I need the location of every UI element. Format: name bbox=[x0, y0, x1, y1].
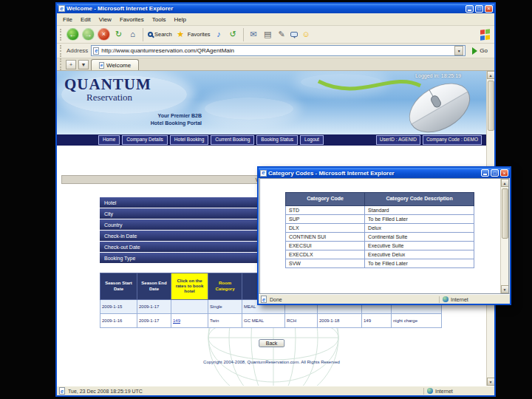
nav-company-details[interactable]: Company Details bbox=[122, 135, 168, 145]
address-input[interactable]: e http://www.quantumreservation.com/QRAg… bbox=[91, 45, 466, 56]
stop-icon: × bbox=[98, 28, 110, 41]
nav-logout[interactable]: Logout bbox=[300, 135, 324, 145]
form-label-hotel: Hotel bbox=[104, 200, 116, 205]
category-row: SUP To be Filled Later bbox=[286, 215, 474, 224]
rates-cell: 2009-1-17 bbox=[137, 300, 171, 314]
go-button[interactable]: Go bbox=[468, 47, 491, 55]
address-dropdown-button[interactable]: ▼ bbox=[454, 46, 463, 55]
edit-button[interactable]: ✎ bbox=[276, 29, 287, 41]
discuss-button[interactable] bbox=[290, 32, 298, 37]
rates-cell: 2009-1-15 bbox=[100, 300, 137, 314]
tagline-line1: Your Premier B2B bbox=[134, 112, 202, 120]
back-arrow-icon: ← bbox=[66, 28, 79, 41]
search-button[interactable]: Search bbox=[148, 31, 172, 38]
nav-hotel-booking[interactable]: Hotel Booking bbox=[170, 135, 208, 145]
forward-arrow-icon: → bbox=[82, 28, 95, 41]
maximize-icon: □ bbox=[493, 171, 496, 176]
menu-help[interactable]: Help bbox=[174, 16, 185, 23]
refresh-button[interactable]: ↻ bbox=[113, 29, 124, 41]
print-button[interactable]: ▤ bbox=[262, 29, 273, 41]
menu-file[interactable]: File bbox=[63, 16, 72, 23]
tabbar-grip bbox=[60, 58, 62, 70]
category-codes-window: e Category Codes - Microsoft Internet Ex… bbox=[257, 166, 511, 305]
status-bar: e Tue, 23 Dec 2008 18:25:19 UTC Internet bbox=[57, 386, 494, 395]
browser-titlebar[interactable]: e Welcome - Microsoft Internet Explorer … bbox=[57, 4, 494, 13]
go-label: Go bbox=[480, 47, 488, 54]
popup-titlebar[interactable]: e Category Codes - Microsoft Internet Ex… bbox=[259, 168, 510, 178]
forward-button[interactable]: → bbox=[82, 28, 95, 41]
tab-list-button[interactable]: ▼ bbox=[78, 60, 89, 69]
popup-window-title: Category Codes - Microsoft Internet Expl… bbox=[268, 170, 480, 177]
mouse-graphic bbox=[316, 71, 482, 133]
popup-vertical-scrollbar[interactable]: ▲ ▼ bbox=[500, 179, 508, 293]
nav-current-booking[interactable]: Current Booking bbox=[211, 135, 254, 145]
favorites-button[interactable]: ★ Favorites bbox=[175, 29, 211, 41]
history-button[interactable]: ↺ bbox=[228, 29, 239, 41]
tab-page-icon: e bbox=[99, 62, 104, 69]
category-code-cell: EXECSUI bbox=[286, 242, 365, 250]
media-button[interactable]: ♪ bbox=[214, 29, 225, 41]
popup-maximize-button[interactable]: □ bbox=[491, 169, 499, 177]
windows-flag-icon bbox=[480, 29, 491, 40]
messenger-button[interactable]: ☺ bbox=[301, 29, 312, 41]
category-code-cell: DLX bbox=[286, 224, 365, 233]
close-button[interactable]: × bbox=[485, 5, 493, 13]
rate-link-cell[interactable] bbox=[171, 300, 208, 314]
print-icon: ▤ bbox=[262, 29, 273, 41]
back-page-button[interactable]: Back bbox=[259, 339, 285, 347]
popup-status-bar: e Done Internet bbox=[259, 294, 510, 304]
go-arrow-icon bbox=[472, 47, 477, 55]
popup-close-button[interactable]: × bbox=[500, 169, 508, 177]
menu-favorites[interactable]: Favorites bbox=[120, 16, 144, 23]
popup-minimize-button[interactable] bbox=[481, 169, 489, 177]
rates-header-click-rates: Click on the rates to book hotel bbox=[171, 273, 208, 300]
chevron-down-icon: ▼ bbox=[457, 49, 461, 53]
category-description-cell: Standard bbox=[365, 206, 474, 215]
nav-home[interactable]: Home bbox=[98, 135, 120, 145]
address-bar: Address e http://www.quantumreservation.… bbox=[57, 44, 494, 58]
popup-scroll-down-button[interactable]: ▼ bbox=[501, 285, 509, 293]
scrollbar-thumb[interactable] bbox=[488, 81, 494, 131]
minimize-button[interactable] bbox=[466, 5, 474, 13]
mail-icon: ✉ bbox=[248, 29, 259, 41]
category-code-cell: SVW bbox=[286, 259, 365, 268]
nav-booking-status[interactable]: Booking Status bbox=[256, 135, 298, 145]
addressbar-grip bbox=[60, 45, 62, 57]
tab-bar: + ▼ e Welcome bbox=[57, 58, 494, 71]
rates-header-season-end: Season End Date bbox=[137, 273, 171, 300]
scroll-down-button[interactable]: ▼ bbox=[487, 378, 495, 386]
category-header-row: Category Code Category Code Description bbox=[286, 193, 474, 206]
minimize-icon bbox=[468, 10, 471, 11]
popup-zone-label: Internet bbox=[451, 297, 468, 302]
tab-welcome[interactable]: e Welcome bbox=[91, 59, 139, 70]
category-description-cell: Continental Suite bbox=[365, 233, 474, 242]
category-row: CONTINEN SUI Continental Suite bbox=[286, 233, 474, 242]
mail-button[interactable]: ✉ bbox=[248, 29, 259, 41]
refresh-icon: ↻ bbox=[113, 29, 124, 41]
menu-tools[interactable]: Tools bbox=[152, 16, 166, 23]
category-row: DLX Delux bbox=[286, 224, 474, 233]
category-code-cell: SUP bbox=[286, 215, 365, 224]
scroll-up-button[interactable]: ▲ bbox=[487, 71, 495, 79]
rates-cell: 149 bbox=[362, 314, 392, 328]
close-icon: × bbox=[502, 171, 505, 176]
menu-view[interactable]: View bbox=[99, 16, 112, 23]
maximize-button[interactable]: □ bbox=[475, 5, 483, 13]
popup-scroll-up-button[interactable]: ▲ bbox=[501, 179, 509, 187]
popup-scrollbar-thumb[interactable] bbox=[502, 188, 508, 239]
discuss-icon bbox=[290, 32, 298, 37]
menu-edit[interactable]: Edit bbox=[81, 16, 91, 23]
stop-button[interactable]: × bbox=[98, 28, 110, 41]
rates-cell: 2009-1-18 bbox=[318, 314, 362, 328]
form-label-country: Country bbox=[104, 222, 123, 228]
popup-content: Category Code Category Code Description … bbox=[259, 178, 509, 294]
form-label-booking-type: Booking Type bbox=[104, 256, 135, 261]
maximize-icon: □ bbox=[477, 6, 480, 11]
category-row: EXECDLX Executive Delux bbox=[286, 250, 474, 259]
rate-link-cell[interactable]: 149 bbox=[171, 314, 208, 328]
security-zone: Internet bbox=[427, 388, 492, 394]
new-tab-button[interactable]: + bbox=[66, 60, 76, 69]
back-button[interactable]: ← bbox=[66, 28, 79, 41]
tagline: Your Premier B2B Hotel Booking Portal bbox=[134, 112, 202, 127]
home-button[interactable]: ⌂ bbox=[127, 29, 138, 41]
